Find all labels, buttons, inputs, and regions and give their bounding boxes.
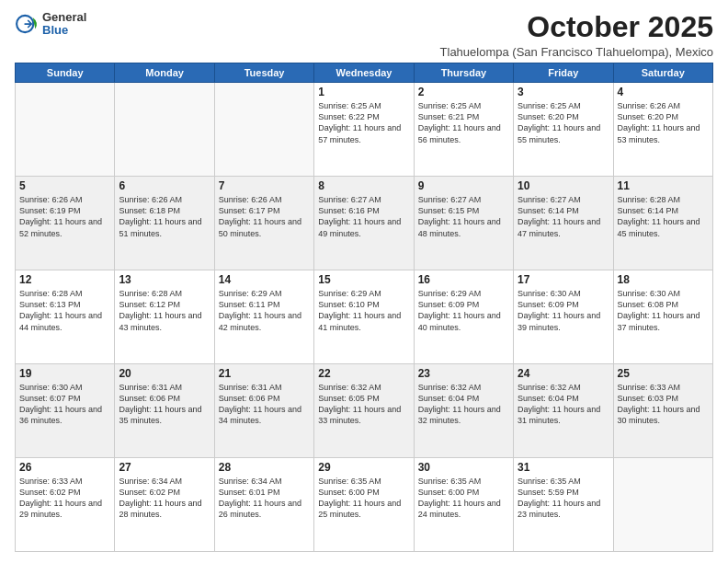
header-sunday: Sunday — [16, 63, 115, 83]
day-info: Sunrise: 6:30 AMSunset: 6:08 PMDaylight:… — [618, 288, 709, 333]
day-number: 10 — [518, 179, 609, 192]
day-number: 31 — [518, 461, 609, 474]
day-info: Sunrise: 6:26 AMSunset: 6:17 PMDaylight:… — [219, 194, 310, 239]
logo-blue-text: Blue — [42, 24, 86, 37]
logo-general-text: General — [42, 11, 86, 24]
day-number: 7 — [219, 179, 310, 192]
table-row: 11Sunrise: 6:28 AMSunset: 6:14 PMDayligh… — [613, 177, 712, 270]
table-row: 25Sunrise: 6:33 AMSunset: 6:03 PMDayligh… — [613, 364, 712, 458]
day-info: Sunrise: 6:32 AMSunset: 6:04 PMDaylight:… — [418, 382, 509, 427]
table-row: 8Sunrise: 6:27 AMSunset: 6:16 PMDaylight… — [314, 177, 414, 270]
calendar-table: Sunday Monday Tuesday Wednesday Thursday… — [15, 63, 713, 552]
day-info: Sunrise: 6:25 AMSunset: 6:21 PMDaylight:… — [418, 100, 509, 145]
day-info: Sunrise: 6:31 AMSunset: 6:06 PMDaylight:… — [119, 382, 210, 427]
day-info: Sunrise: 6:26 AMSunset: 6:18 PMDaylight:… — [119, 194, 210, 239]
day-info: Sunrise: 6:31 AMSunset: 6:06 PMDaylight:… — [219, 382, 310, 427]
logo-text: General Blue — [42, 11, 86, 38]
table-row: 13Sunrise: 6:28 AMSunset: 6:12 PMDayligh… — [115, 270, 214, 364]
day-number: 24 — [518, 367, 609, 380]
table-row: 23Sunrise: 6:32 AMSunset: 6:04 PMDayligh… — [414, 364, 513, 458]
day-info: Sunrise: 6:35 AMSunset: 5:59 PMDaylight:… — [518, 476, 609, 521]
weekday-header-row: Sunday Monday Tuesday Wednesday Thursday… — [16, 63, 713, 83]
day-number: 29 — [318, 461, 409, 474]
table-row — [16, 83, 115, 177]
day-info: Sunrise: 6:28 AMSunset: 6:12 PMDaylight:… — [119, 288, 210, 333]
table-row: 2Sunrise: 6:25 AMSunset: 6:21 PMDaylight… — [414, 83, 513, 177]
table-row: 4Sunrise: 6:26 AMSunset: 6:20 PMDaylight… — [613, 83, 712, 177]
day-info: Sunrise: 6:29 AMSunset: 6:09 PMDaylight:… — [418, 288, 509, 333]
day-number: 26 — [19, 461, 110, 474]
table-row: 7Sunrise: 6:26 AMSunset: 6:17 PMDaylight… — [214, 177, 313, 270]
day-number: 23 — [418, 367, 509, 380]
table-row: 30Sunrise: 6:35 AMSunset: 6:00 PMDayligh… — [414, 458, 513, 552]
day-info: Sunrise: 6:29 AMSunset: 6:11 PMDaylight:… — [219, 288, 310, 333]
day-info: Sunrise: 6:29 AMSunset: 6:10 PMDaylight:… — [318, 288, 409, 333]
day-number: 14 — [219, 273, 310, 286]
day-number: 1 — [318, 86, 409, 98]
day-info: Sunrise: 6:35 AMSunset: 6:00 PMDaylight:… — [318, 476, 409, 521]
day-number: 2 — [418, 86, 509, 98]
day-info: Sunrise: 6:33 AMSunset: 6:02 PMDaylight:… — [19, 476, 110, 521]
day-number: 17 — [518, 273, 609, 286]
day-number: 9 — [418, 179, 509, 192]
calendar-week-row: 19Sunrise: 6:30 AMSunset: 6:07 PMDayligh… — [16, 364, 713, 458]
table-row: 31Sunrise: 6:35 AMSunset: 5:59 PMDayligh… — [514, 458, 613, 552]
day-number: 22 — [318, 367, 409, 380]
table-row: 10Sunrise: 6:27 AMSunset: 6:14 PMDayligh… — [514, 177, 613, 270]
day-number: 13 — [119, 273, 210, 286]
table-row: 3Sunrise: 6:25 AMSunset: 6:20 PMDaylight… — [514, 83, 613, 177]
day-info: Sunrise: 6:34 AMSunset: 6:02 PMDaylight:… — [119, 476, 210, 521]
header-friday: Friday — [514, 63, 613, 83]
calendar-week-row: 5Sunrise: 6:26 AMSunset: 6:19 PMDaylight… — [16, 177, 713, 270]
table-row — [613, 458, 712, 552]
page: General Blue October 2025 Tlahuelompa (S… — [0, 0, 728, 563]
header-wednesday: Wednesday — [314, 63, 414, 83]
day-info: Sunrise: 6:33 AMSunset: 6:03 PMDaylight:… — [618, 382, 709, 427]
calendar-week-row: 26Sunrise: 6:33 AMSunset: 6:02 PMDayligh… — [16, 458, 713, 552]
subtitle: Tlahuelompa (San Francisco Tlahuelompa),… — [440, 45, 713, 59]
table-row: 20Sunrise: 6:31 AMSunset: 6:06 PMDayligh… — [115, 364, 214, 458]
table-row: 15Sunrise: 6:29 AMSunset: 6:10 PMDayligh… — [314, 270, 414, 364]
day-number: 3 — [518, 86, 609, 98]
day-info: Sunrise: 6:28 AMSunset: 6:14 PMDaylight:… — [618, 194, 709, 239]
day-number: 25 — [618, 367, 709, 380]
day-number: 8 — [318, 179, 409, 192]
day-info: Sunrise: 6:30 AMSunset: 6:07 PMDaylight:… — [19, 382, 110, 427]
table-row: 16Sunrise: 6:29 AMSunset: 6:09 PMDayligh… — [414, 270, 513, 364]
table-row: 5Sunrise: 6:26 AMSunset: 6:19 PMDaylight… — [16, 177, 115, 270]
day-number: 15 — [318, 273, 409, 286]
day-info: Sunrise: 6:26 AMSunset: 6:19 PMDaylight:… — [19, 194, 110, 239]
day-info: Sunrise: 6:27 AMSunset: 6:14 PMDaylight:… — [518, 194, 609, 239]
day-number: 11 — [618, 179, 709, 192]
day-info: Sunrise: 6:34 AMSunset: 6:01 PMDaylight:… — [219, 476, 310, 521]
table-row: 26Sunrise: 6:33 AMSunset: 6:02 PMDayligh… — [16, 458, 115, 552]
day-info: Sunrise: 6:30 AMSunset: 6:09 PMDaylight:… — [518, 288, 609, 333]
day-info: Sunrise: 6:28 AMSunset: 6:13 PMDaylight:… — [19, 288, 110, 333]
day-number: 4 — [618, 86, 709, 98]
day-number: 21 — [219, 367, 310, 380]
day-info: Sunrise: 6:25 AMSunset: 6:22 PMDaylight:… — [318, 100, 409, 145]
day-info: Sunrise: 6:26 AMSunset: 6:20 PMDaylight:… — [618, 100, 709, 145]
logo: General Blue — [15, 11, 86, 38]
table-row — [115, 83, 214, 177]
table-row: 28Sunrise: 6:34 AMSunset: 6:01 PMDayligh… — [214, 458, 313, 552]
table-row: 21Sunrise: 6:31 AMSunset: 6:06 PMDayligh… — [214, 364, 313, 458]
day-info: Sunrise: 6:32 AMSunset: 6:05 PMDaylight:… — [318, 382, 409, 427]
header: General Blue October 2025 Tlahuelompa (S… — [15, 11, 713, 59]
day-info: Sunrise: 6:32 AMSunset: 6:04 PMDaylight:… — [518, 382, 609, 427]
month-title: October 2025 — [440, 11, 713, 43]
header-monday: Monday — [115, 63, 214, 83]
day-number: 28 — [219, 461, 310, 474]
day-number: 6 — [119, 179, 210, 192]
calendar-week-row: 1Sunrise: 6:25 AMSunset: 6:22 PMDaylight… — [16, 83, 713, 177]
table-row: 22Sunrise: 6:32 AMSunset: 6:05 PMDayligh… — [314, 364, 414, 458]
day-number: 12 — [19, 273, 110, 286]
table-row: 29Sunrise: 6:35 AMSunset: 6:00 PMDayligh… — [314, 458, 414, 552]
title-block: October 2025 Tlahuelompa (San Francisco … — [440, 11, 713, 59]
header-tuesday: Tuesday — [214, 63, 313, 83]
table-row: 18Sunrise: 6:30 AMSunset: 6:08 PMDayligh… — [613, 270, 712, 364]
day-number: 27 — [119, 461, 210, 474]
day-number: 16 — [418, 273, 509, 286]
day-number: 19 — [19, 367, 110, 380]
table-row: 9Sunrise: 6:27 AMSunset: 6:15 PMDaylight… — [414, 177, 513, 270]
